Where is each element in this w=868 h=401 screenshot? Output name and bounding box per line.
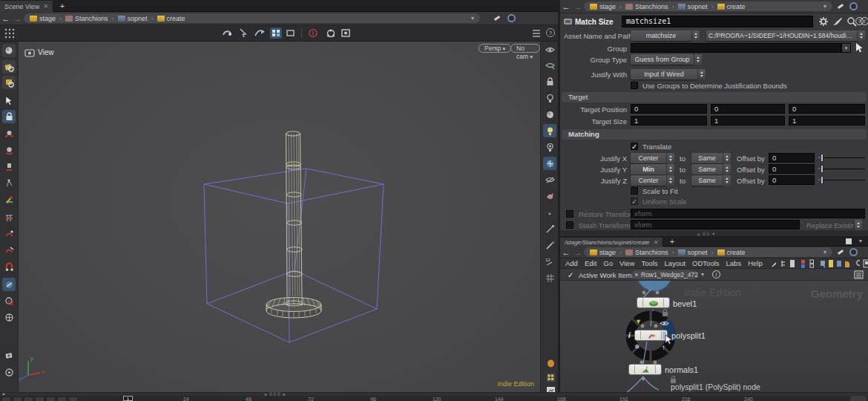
splitter-handle-dots[interactable]: ▴ ⠿⠿ ▾ [697,231,715,236]
asset-path-spinner[interactable] [857,30,865,41]
justify-z-dest-spinner[interactable] [723,175,731,186]
close-icon[interactable]: ✕ [43,3,48,10]
select-tool-icon[interactable] [237,27,249,39]
default-lighting-icon[interactable] [543,91,556,105]
shapes-grid-icon[interactable] [809,259,815,268]
group-select-arrow-icon[interactable] [855,42,864,53]
brush-icon[interactable] [832,17,844,27]
stash-transform-checkbox[interactable] [566,221,573,229]
new-tab-button[interactable]: + [665,236,679,247]
pin-icon[interactable] [493,14,502,22]
axis-handle-icon[interactable] [2,192,16,206]
inspect-state-icon[interactable] [2,60,16,74]
group-dropdown-arrow[interactable]: ▾ [841,43,851,53]
wrench-icon[interactable] [771,259,776,268]
work-item-dropdown[interactable]: Row1_Wedge2_472 [632,270,697,279]
select-arrow-icon[interactable] [2,94,16,107]
flipbook-icon[interactable] [2,365,16,379]
justify-z-from-dropdown[interactable]: Center [631,175,666,186]
back-icon[interactable]: ← [0,14,12,23]
handles-tool-icon[interactable] [254,27,266,39]
node-name-input[interactable]: matchsize1 [622,16,813,27]
forward-icon[interactable]: → [572,2,584,11]
update-mode-icon[interactable] [544,356,557,370]
breadcrumb-stanchions[interactable]: Stanchions [625,249,668,256]
menu-edit[interactable]: Edit [585,259,596,267]
tree-list-icon[interactable] [780,259,786,268]
parameters-list-icon[interactable] [854,270,864,279]
close-icon[interactable]: ✕ [653,239,658,246]
asset-name-dropdown[interactable]: matchsize [631,30,691,41]
target-size-y-input[interactable]: 1 [711,116,785,125]
snapshot-state-icon[interactable] [2,76,16,89]
timeline-bar[interactable]: 1 24 48 72 96 120 144 168 192 216 240 [0,396,868,401]
menu-tools[interactable]: Tools [641,259,657,267]
timeline-stop-button[interactable] [35,397,45,401]
menu-view[interactable]: View [619,259,634,267]
display-options-icon[interactable] [531,28,542,39]
radial-menu-icon[interactable] [507,14,516,22]
params-network-splitter[interactable]: ▴ ⠿⠿ ▾ [560,230,868,236]
breadcrumb-stage[interactable]: stage [30,15,56,22]
rotate-handle-icon[interactable] [2,143,16,157]
viewport-3d[interactable]: View Persp ▾ No cam ▾ [19,42,540,392]
snap-grid-icon[interactable] [2,211,16,224]
translate-checkbox[interactable]: ✓ [631,143,638,150]
justify-y-offset-input[interactable]: 0 [769,164,815,174]
forward-icon[interactable]: → [12,14,24,23]
image-plane-icon[interactable] [836,259,841,268]
box-select-icon[interactable] [285,27,297,39]
timeline-play-reverse-button[interactable] [24,397,33,401]
translate-handle-icon[interactable] [2,127,16,140]
breadcrumb-sopnet[interactable]: sopnet [118,15,148,22]
show-prims-icon[interactable] [340,27,352,39]
snapshot-image-icon[interactable] [820,259,825,268]
timeline-go-end-button[interactable] [68,397,78,401]
justify-y-from-dropdown[interactable]: Min [631,164,666,175]
justify-z-from-spinner[interactable] [666,175,674,186]
sticky-note-icon[interactable] [828,259,833,268]
justify-y-offset-slider[interactable] [818,164,865,174]
pin-icon[interactable] [837,2,845,10]
justify-x-from-spinner[interactable] [666,153,674,163]
normal-lighting-icon[interactable] [543,124,556,137]
menu-odtools[interactable]: ODTools [692,259,719,267]
breadcrumb-stage[interactable]: stage [590,249,616,256]
show-points-icon[interactable] [325,27,337,39]
active-work-item-checkbox[interactable]: ✓ [567,271,574,278]
pin-icon[interactable] [837,248,845,256]
justify-y-dest-dropdown[interactable]: Same [691,164,723,175]
stash-transform-input[interactable]: xform [631,220,800,229]
snap-point-icon[interactable] [2,227,16,241]
show-handles-icon[interactable] [543,222,556,235]
overview-box-icon[interactable] [863,259,868,268]
timeline-next-key-button[interactable] [57,397,67,401]
breadcrumb-stanchions[interactable]: Stanchions [625,3,668,10]
bypass-flag-icon[interactable]: ▼ [635,318,642,325]
draw-curve-icon[interactable] [543,238,556,252]
gear-icon[interactable] [818,16,829,27]
justify-x-offset-slider[interactable] [818,153,865,163]
justify-z-dest-dropdown[interactable]: Same [691,175,723,186]
timeline-options-button[interactable] [850,396,867,401]
scale-to-fit-checkbox[interactable] [631,187,638,195]
justify-y-dest-spinner[interactable] [723,164,731,175]
target-position-x-input[interactable]: 0 [631,104,707,114]
visibility-eye-icon[interactable] [543,43,556,56]
node-bevel1[interactable] [637,297,670,308]
chevron-down-icon[interactable]: ▾ [701,271,704,278]
justify-with-dropdown[interactable]: Input If Wired [631,69,697,79]
breadcrumb-stanchions[interactable]: Stanchions [65,15,108,22]
info-flag-icon[interactable]: i [628,331,631,339]
maximize-icon[interactable] [846,238,852,244]
chevron-down-icon[interactable]: ▾ [471,15,474,22]
use-groups-checkbox[interactable] [631,82,638,89]
restore-transform-checkbox[interactable] [566,210,573,218]
breadcrumb-sopnet[interactable]: sopnet [678,249,708,256]
node-normals1[interactable] [628,364,662,375]
justify-x-dest-spinner[interactable] [723,153,731,163]
matching-section-header[interactable]: Matching [562,129,867,140]
justify-x-dest-dropdown[interactable]: Same [691,153,723,163]
timeline-play-button[interactable] [46,397,56,401]
chevron-down-icon[interactable]: ▾ [859,238,862,244]
